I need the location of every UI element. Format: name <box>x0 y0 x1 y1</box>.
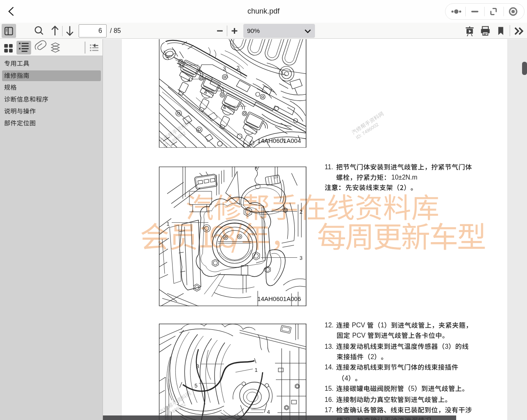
svg-text:ID: 7496002: ID: 7496002 <box>355 122 379 140</box>
svg-text:ID: 7496002: ID: 7496002 <box>350 397 374 415</box>
svg-text:ID: 7496002: ID: 7496002 <box>162 131 187 149</box>
